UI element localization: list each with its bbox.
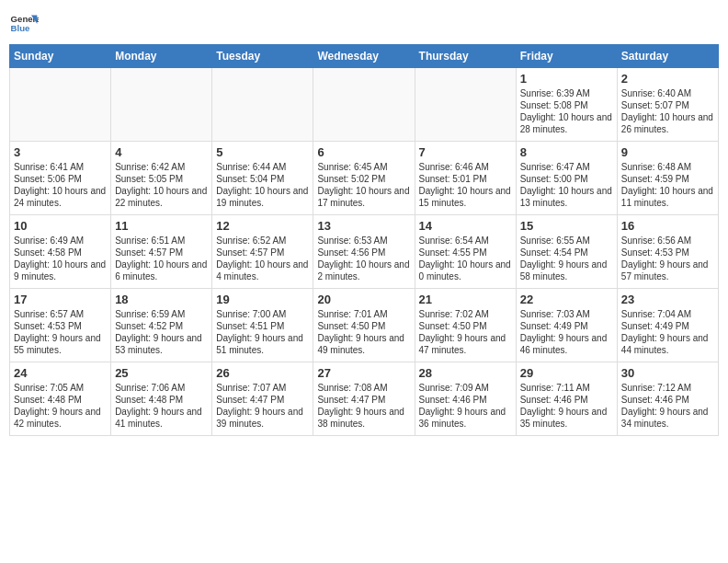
calendar-cell: 14Sunrise: 6:54 AMSunset: 4:55 PMDayligh… [415, 215, 516, 289]
calendar-cell: 2Sunrise: 6:40 AMSunset: 5:07 PMDaylight… [617, 68, 718, 142]
day-info: Sunset: 4:46 PM [520, 394, 613, 406]
day-info: Daylight: 9 hours and 58 minutes. [520, 259, 613, 282]
day-info: Daylight: 9 hours and 47 minutes. [419, 332, 512, 356]
day-number: 7 [419, 145, 512, 159]
day-number: 30 [621, 366, 714, 380]
day-info: Sunrise: 6:44 AM [216, 161, 309, 173]
day-number: 10 [14, 219, 107, 233]
day-info: Daylight: 10 hours and 24 minutes. [14, 185, 107, 209]
calendar-cell: 25Sunrise: 7:06 AMSunset: 4:48 PMDayligh… [111, 362, 212, 436]
day-number: 20 [317, 293, 410, 306]
day-info: Sunrise: 7:00 AM [216, 308, 309, 320]
calendar-cell [313, 68, 415, 142]
day-number: 13 [317, 219, 410, 233]
day-info: Daylight: 9 hours and 46 minutes. [520, 332, 613, 356]
header-row: SundayMondayTuesdayWednesdayThursdayFrid… [10, 45, 719, 68]
day-number: 12 [216, 219, 309, 233]
calendar-cell: 28Sunrise: 7:09 AMSunset: 4:46 PMDayligh… [415, 362, 516, 436]
calendar-table: SundayMondayTuesdayWednesdayThursdayFrid… [9, 44, 719, 436]
day-info: Sunrise: 6:55 AM [520, 235, 613, 247]
day-info: Sunset: 4:58 PM [14, 247, 107, 259]
day-info: Sunrise: 7:09 AM [419, 382, 512, 394]
day-number: 23 [621, 293, 714, 306]
day-info: Sunset: 5:07 PM [621, 99, 714, 111]
calendar-cell: 11Sunrise: 6:51 AMSunset: 4:57 PMDayligh… [111, 215, 212, 289]
day-number: 24 [14, 366, 107, 380]
calendar-cell: 18Sunrise: 6:59 AMSunset: 4:52 PMDayligh… [111, 289, 212, 362]
day-info: Sunset: 4:54 PM [520, 247, 613, 259]
day-info: Sunrise: 7:12 AM [621, 382, 714, 394]
day-info: Sunrise: 7:04 AM [621, 308, 714, 320]
day-number: 5 [216, 145, 309, 159]
calendar-cell: 21Sunrise: 7:02 AMSunset: 4:50 PMDayligh… [415, 289, 516, 362]
day-info: Daylight: 10 hours and 13 minutes. [520, 185, 613, 209]
calendar-week-4: 17Sunrise: 6:57 AMSunset: 4:53 PMDayligh… [10, 289, 719, 362]
day-info: Sunrise: 6:54 AM [419, 235, 512, 247]
calendar-cell: 22Sunrise: 7:03 AMSunset: 4:49 PMDayligh… [516, 289, 617, 362]
col-header-friday: Friday [516, 45, 617, 68]
col-header-saturday: Saturday [617, 45, 718, 68]
day-number: 22 [520, 293, 613, 306]
col-header-sunday: Sunday [10, 45, 111, 68]
day-info: Sunrise: 6:40 AM [621, 87, 714, 99]
day-number: 8 [520, 145, 613, 159]
calendar-cell: 10Sunrise: 6:49 AMSunset: 4:58 PMDayligh… [10, 215, 111, 289]
calendar-cell: 3Sunrise: 6:41 AMSunset: 5:06 PMDaylight… [10, 142, 111, 215]
day-info: Sunset: 4:57 PM [115, 247, 208, 259]
day-info: Sunset: 4:49 PM [621, 320, 714, 332]
day-info: Daylight: 9 hours and 55 minutes. [14, 332, 107, 356]
day-info: Sunrise: 6:57 AM [14, 308, 107, 320]
day-info: Sunrise: 6:51 AM [115, 235, 208, 247]
day-info: Sunset: 5:02 PM [317, 173, 410, 185]
day-info: Sunrise: 7:11 AM [520, 382, 613, 394]
day-info: Daylight: 9 hours and 41 minutes. [115, 406, 208, 430]
day-number: 6 [317, 145, 410, 159]
day-info: Sunrise: 7:06 AM [115, 382, 208, 394]
day-info: Sunset: 4:47 PM [216, 394, 309, 406]
calendar-cell: 8Sunrise: 6:47 AMSunset: 5:00 PMDaylight… [516, 142, 617, 215]
day-number: 14 [419, 219, 512, 233]
day-info: Sunset: 4:52 PM [115, 320, 208, 332]
day-info: Sunrise: 6:53 AM [317, 235, 410, 247]
logo-icon: General Blue [9, 9, 39, 39]
day-info: Daylight: 9 hours and 44 minutes. [621, 332, 714, 356]
day-number: 26 [216, 366, 309, 380]
day-number: 9 [621, 145, 714, 159]
day-info: Daylight: 10 hours and 6 minutes. [115, 259, 208, 282]
day-info: Sunrise: 7:02 AM [419, 308, 512, 320]
day-number: 21 [419, 293, 512, 306]
day-info: Sunset: 4:50 PM [419, 320, 512, 332]
day-info: Daylight: 9 hours and 39 minutes. [216, 406, 309, 430]
col-header-thursday: Thursday [415, 45, 516, 68]
calendar-cell [10, 68, 111, 142]
col-header-monday: Monday [111, 45, 212, 68]
day-number: 3 [14, 145, 107, 159]
day-info: Daylight: 9 hours and 34 minutes. [621, 406, 714, 430]
day-info: Sunset: 4:56 PM [317, 247, 410, 259]
day-info: Sunset: 4:59 PM [621, 173, 714, 185]
day-number: 4 [115, 145, 208, 159]
day-number: 27 [317, 366, 410, 380]
day-info: Sunset: 4:47 PM [317, 394, 410, 406]
day-info: Sunrise: 7:07 AM [216, 382, 309, 394]
day-info: Sunset: 4:46 PM [419, 394, 512, 406]
day-info: Sunset: 5:00 PM [520, 173, 613, 185]
day-info: Sunset: 4:51 PM [216, 320, 309, 332]
day-info: Daylight: 10 hours and 4 minutes. [216, 259, 309, 282]
calendar-cell: 19Sunrise: 7:00 AMSunset: 4:51 PMDayligh… [212, 289, 313, 362]
calendar-cell [415, 68, 516, 142]
svg-text:Blue: Blue [11, 23, 30, 33]
day-number: 28 [419, 366, 512, 380]
calendar-cell: 17Sunrise: 6:57 AMSunset: 4:53 PMDayligh… [10, 289, 111, 362]
calendar-cell: 16Sunrise: 6:56 AMSunset: 4:53 PMDayligh… [617, 215, 718, 289]
calendar-cell: 6Sunrise: 6:45 AMSunset: 5:02 PMDaylight… [313, 142, 415, 215]
day-info: Sunset: 5:05 PM [115, 173, 208, 185]
calendar-cell [111, 68, 212, 142]
day-info: Sunset: 5:04 PM [216, 173, 309, 185]
day-info: Daylight: 10 hours and 19 minutes. [216, 185, 309, 209]
calendar-cell: 23Sunrise: 7:04 AMSunset: 4:49 PMDayligh… [617, 289, 718, 362]
day-info: Sunrise: 6:46 AM [419, 161, 512, 173]
day-info: Sunset: 4:55 PM [419, 247, 512, 259]
calendar-week-1: 1Sunrise: 6:39 AMSunset: 5:08 PMDaylight… [10, 68, 719, 142]
day-info: Sunrise: 6:48 AM [621, 161, 714, 173]
